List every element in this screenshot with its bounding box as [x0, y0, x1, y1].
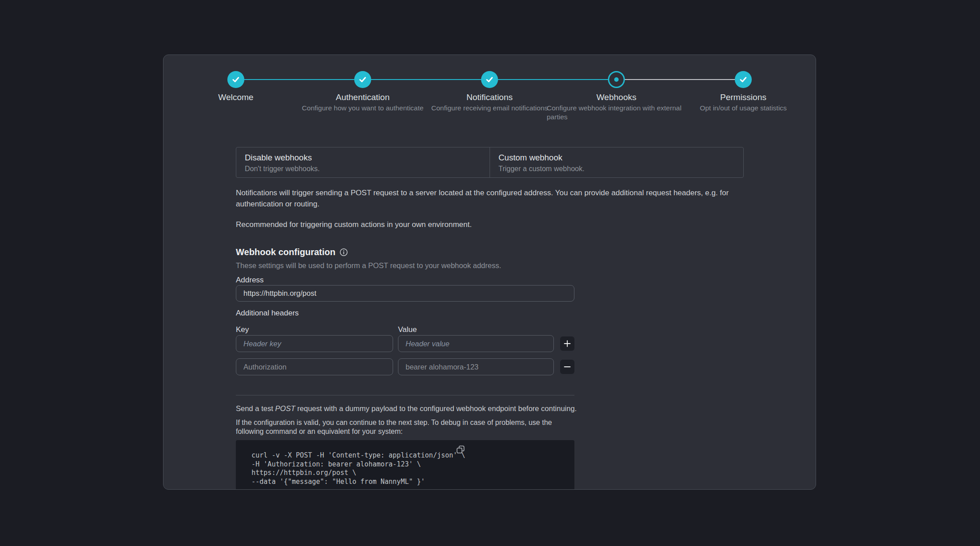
copy-icon	[456, 445, 465, 454]
step-completed-circle	[735, 71, 752, 88]
option-disable-webhooks[interactable]: Disable webhooks Don't trigger webhooks.	[236, 147, 490, 177]
plus-icon	[563, 340, 571, 348]
header-value-input[interactable]	[398, 358, 554, 375]
minus-icon	[563, 363, 571, 371]
curl-command-block: curl -v -X POST -H 'Content-type: applic…	[236, 440, 574, 490]
option-description: Don't trigger webhooks.	[245, 164, 481, 173]
section-subtitle: These settings will be used to perform a…	[236, 261, 501, 270]
step-label: Permissions	[680, 92, 807, 102]
header-value-input[interactable]	[398, 335, 554, 352]
check-icon	[485, 75, 494, 84]
section-divider	[236, 395, 574, 395]
webhook-configuration-heading: Webhook configuration	[236, 247, 348, 257]
sentence-post-word: POST	[275, 404, 295, 412]
header-key-input[interactable]	[236, 358, 393, 375]
curl-line: -H 'Authorization: bearer alohamora-123'…	[251, 460, 574, 469]
step-label: Webhooks	[553, 92, 680, 102]
step-permissions[interactable]: Permissions Opt in/out of usage statisti…	[680, 71, 807, 113]
test-request-sentence: Send a test POST request with a dummy pa…	[236, 404, 577, 413]
step-description: Opt in/out of usage statistics	[680, 104, 807, 113]
step-completed-circle	[227, 71, 244, 88]
additional-headers-label: Additional headers	[236, 309, 299, 318]
add-header-button[interactable]	[560, 336, 574, 351]
key-column-label: Key	[236, 325, 249, 334]
step-authentication[interactable]: Authentication Configure how you want to…	[299, 71, 426, 113]
info-icon[interactable]	[339, 248, 348, 256]
recommendation-paragraph: Recommended for triggering custom action…	[236, 219, 747, 230]
header-key-input[interactable]	[236, 335, 393, 352]
check-icon	[358, 75, 367, 84]
option-description: Trigger a custom webhook.	[498, 164, 735, 173]
address-input[interactable]	[236, 285, 574, 302]
step-webhooks-current[interactable]: Webhooks Configure webhook integration w…	[553, 71, 680, 122]
check-icon	[739, 75, 748, 84]
wizard-stepper: Welcome Authentication Configure how you…	[163, 55, 816, 131]
sentence-suffix: request with a dummy payload to the conf…	[295, 404, 577, 412]
webhook-mode-options: Disable webhooks Don't trigger webhooks.…	[236, 147, 744, 178]
check-icon	[231, 75, 240, 84]
step-label: Authentication	[299, 92, 426, 102]
step-description: Configure receiving email notifications	[426, 104, 553, 113]
section-title: Webhook configuration	[236, 247, 335, 257]
value-column-label: Value	[398, 325, 417, 334]
setup-wizard-card: Welcome Authentication Configure how you…	[163, 55, 816, 490]
debug-hint: If the configuration is valid, you can c…	[236, 418, 580, 436]
step-welcome[interactable]: Welcome	[172, 71, 299, 102]
curl-line: --data '{"message": "Hello from NannyML"…	[251, 478, 574, 487]
step-label: Welcome	[172, 92, 299, 102]
step-completed-circle	[481, 71, 498, 88]
intro-paragraph: Notifications will trigger sending a POS…	[236, 187, 747, 210]
step-current-circle	[608, 71, 625, 88]
step-description: Configure webhook integration with exter…	[547, 104, 686, 122]
current-step-dot-icon	[614, 77, 619, 82]
step-completed-circle	[354, 71, 371, 88]
option-title: Custom webhook	[498, 152, 735, 163]
address-label: Address	[236, 276, 264, 285]
sentence-prefix: Send a test	[236, 404, 275, 412]
curl-line: https://httpbin.org/post \	[251, 469, 574, 478]
copy-command-button[interactable]	[456, 445, 465, 456]
remove-header-button[interactable]	[560, 360, 574, 374]
curl-line: curl -v -X POST -H 'Content-type: applic…	[251, 451, 574, 460]
step-description: Configure how you want to authenticate	[299, 104, 426, 113]
step-notifications[interactable]: Notifications Configure receiving email …	[426, 71, 553, 113]
step-label: Notifications	[426, 92, 553, 102]
option-custom-webhook[interactable]: Custom webhook Trigger a custom webhook.	[490, 147, 743, 177]
option-title: Disable webhooks	[245, 152, 481, 163]
